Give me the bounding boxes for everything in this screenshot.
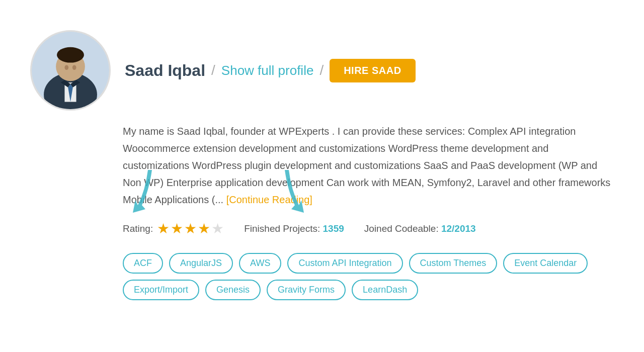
joined-label: Joined Codeable: <box>364 223 439 234</box>
tag-item[interactable]: Genesis <box>205 280 261 300</box>
separator-1: / <box>211 62 215 78</box>
avatar <box>30 30 111 111</box>
profile-name: Saad Iqbal <box>125 61 205 80</box>
arrow-left-icon <box>118 165 163 230</box>
tag-item[interactable]: AngularJS <box>169 253 233 274</box>
star-5: ★ <box>211 220 224 237</box>
star-2: ★ <box>171 220 183 237</box>
star-4: ★ <box>198 220 210 237</box>
tag-item[interactable]: Event Calendar <box>503 253 588 274</box>
joined-codeable: Joined Codeable: 12/2013 <box>364 223 476 234</box>
stats-area: Rating: ★ ★ ★ ★ ★ Finished Projects: 135… <box>123 220 614 237</box>
tag-item[interactable]: Custom Themes <box>409 253 498 274</box>
profile-header: Saad Iqbal / Show full profile / HIRE SA… <box>30 30 614 111</box>
profile-stats: Rating: ★ ★ ★ ★ ★ Finished Projects: 135… <box>123 220 614 237</box>
separator-2: / <box>319 62 324 78</box>
tags-row: ACFAngularJSAWSCustom API IntegrationCus… <box>123 253 614 300</box>
show-full-profile-link[interactable]: Show full profile <box>221 63 314 78</box>
stars: ★ ★ ★ ★ ★ <box>157 220 224 237</box>
tag-item[interactable]: Custom API Integration <box>287 253 403 274</box>
hire-button[interactable]: HIRE SAAD <box>330 59 416 82</box>
tag-item[interactable]: AWS <box>239 253 281 274</box>
profile-title-row: Saad Iqbal / Show full profile / HIRE SA… <box>125 59 416 82</box>
arrow-right-icon <box>274 165 319 230</box>
svg-point-7 <box>72 65 76 70</box>
profile-bio: My name is Saad Iqbal, founder at WPExpe… <box>123 123 614 208</box>
svg-point-6 <box>64 65 68 70</box>
finished-projects-value: 1359 <box>323 223 344 234</box>
profile-card: Saad Iqbal / Show full profile / HIRE SA… <box>30 20 614 310</box>
profile-title-area: Saad Iqbal / Show full profile / HIRE SA… <box>125 59 416 82</box>
tag-item[interactable]: Export/Import <box>123 280 199 300</box>
profile-content: My name is Saad Iqbal, founder at WPExpe… <box>123 123 614 300</box>
svg-point-5 <box>57 47 84 63</box>
bio-text: My name is Saad Iqbal, founder at WPExpe… <box>123 126 610 205</box>
tag-item[interactable]: ACF <box>123 253 163 274</box>
profile-body: My name is Saad Iqbal, founder at WPExpe… <box>30 123 614 300</box>
star-3: ★ <box>184 220 197 237</box>
joined-value: 12/2013 <box>441 223 476 234</box>
tag-item[interactable]: Gravity Forms <box>267 280 346 300</box>
tag-item[interactable]: LearnDash <box>352 280 418 300</box>
